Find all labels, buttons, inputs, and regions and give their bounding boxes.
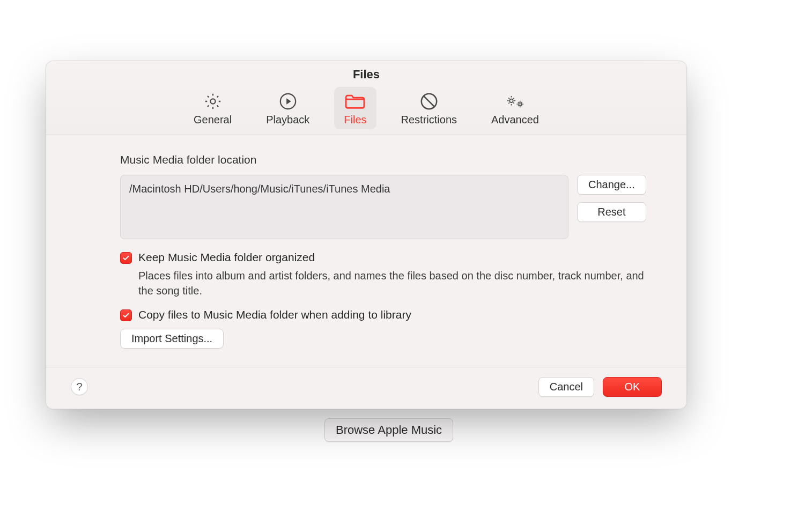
keep-organized-description: Places files into album and artist folde… <box>138 268 662 299</box>
media-folder-path: /Macintosh HD/Users/hong/Music/iTunes/iT… <box>120 175 568 239</box>
no-symbol-icon <box>418 92 440 110</box>
tab-label: Playback <box>266 114 309 126</box>
folder-icon <box>344 92 366 110</box>
tab-files[interactable]: Files <box>334 87 376 129</box>
checkmark-icon <box>122 312 130 319</box>
copy-files-checkbox[interactable] <box>120 309 132 321</box>
tab-label: Files <box>344 114 366 126</box>
change-button[interactable]: Change... <box>577 175 646 195</box>
import-settings-button[interactable]: Import Settings... <box>120 329 224 349</box>
keep-organized-label: Keep Music Media folder organized <box>138 251 315 264</box>
media-folder-label: Music Media folder location <box>120 153 662 166</box>
tab-label: General <box>194 114 232 126</box>
window-title: Files <box>46 68 686 82</box>
keep-organized-checkbox[interactable] <box>120 252 132 264</box>
tab-general[interactable]: General <box>184 87 241 129</box>
svg-point-0 <box>210 99 215 104</box>
gear-icon <box>202 92 224 110</box>
tab-label: Restrictions <box>401 114 457 126</box>
gears-icon <box>505 92 526 110</box>
cancel-button[interactable]: Cancel <box>538 377 594 397</box>
ok-button[interactable]: OK <box>603 377 662 397</box>
play-circle-icon <box>277 92 299 110</box>
dialog-footer: ? Cancel OK <box>46 367 686 409</box>
reset-button[interactable]: Reset <box>577 202 646 222</box>
browse-apple-music-button[interactable]: Browse Apple Music <box>324 418 453 442</box>
copy-files-label: Copy files to Music Media folder when ad… <box>138 308 411 321</box>
svg-point-5 <box>519 103 521 106</box>
help-button[interactable]: ? <box>71 378 88 395</box>
svg-point-4 <box>509 99 513 103</box>
tab-advanced[interactable]: Advanced <box>482 87 549 129</box>
tab-restrictions[interactable]: Restrictions <box>391 87 467 129</box>
toolbar: Files General Playback <box>46 61 686 135</box>
toolbar-tabs: General Playback Files <box>46 87 686 129</box>
svg-line-3 <box>424 96 434 107</box>
tab-label: Advanced <box>491 114 539 126</box>
tab-playback[interactable]: Playback <box>256 87 319 129</box>
content-area: Music Media folder location /Macintosh H… <box>46 135 686 367</box>
files-preferences-window: Files General Playback <box>46 61 687 409</box>
checkmark-icon <box>122 254 130 262</box>
